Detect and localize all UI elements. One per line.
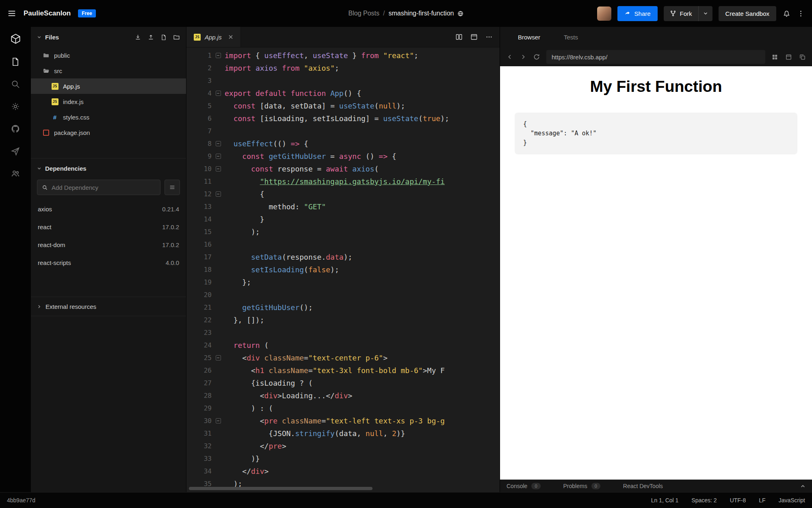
code-editor[interactable]: 1−import { useEffect, useState } from "r… <box>186 48 500 492</box>
upload-icon[interactable] <box>147 34 154 41</box>
file-tree-item-package-json[interactable]: package.json <box>31 125 186 140</box>
dependency-item-react-dom[interactable]: react-dom17.0.2 <box>31 236 186 254</box>
fork-dropdown-button[interactable] <box>698 6 712 21</box>
fold-marker-icon[interactable]: − <box>216 418 221 423</box>
status-item-lf[interactable]: LF <box>759 497 765 504</box>
horizontal-scrollbar[interactable] <box>189 487 372 490</box>
new-file-icon[interactable] <box>160 34 167 41</box>
file-tree-item-styles-css[interactable]: #styles.css <box>31 109 186 125</box>
code-line-29[interactable]: 29 ) : ( <box>186 402 500 415</box>
fold-marker-icon[interactable]: − <box>216 355 221 360</box>
external-resources-section[interactable]: External resources <box>31 297 186 316</box>
open-new-window-icon[interactable] <box>785 54 792 61</box>
breadcrumb-parent[interactable]: Blog Posts <box>349 10 379 17</box>
code-line-14[interactable]: 14 } <box>186 213 500 226</box>
code-line-13[interactable]: 13 method: "GET" <box>186 200 500 213</box>
open-preview-icon[interactable] <box>470 33 478 41</box>
responsive-mode-icon[interactable] <box>771 54 778 61</box>
status-item-javascript[interactable]: JavaScript <box>779 497 805 504</box>
code-line-18[interactable]: 18 setIsLoading(false); <box>186 263 500 276</box>
menu-icon[interactable] <box>7 9 16 18</box>
close-tab-icon[interactable] <box>228 35 233 39</box>
status-item-spaces-2[interactable]: Spaces: 2 <box>691 497 717 504</box>
codesandbox-logo-icon[interactable] <box>10 33 21 44</box>
fork-button[interactable]: Fork <box>664 6 698 21</box>
tab-app-js[interactable]: JS App.js <box>186 27 241 47</box>
code-line-22[interactable]: 22 }, []); <box>186 314 500 326</box>
code-line-16[interactable]: 16 <box>186 238 500 251</box>
dependency-item-axios[interactable]: axios0.21.4 <box>31 200 186 218</box>
code-line-5[interactable]: 5 const [data, setData] = useState(null)… <box>186 100 500 112</box>
code-line-19[interactable]: 19 }; <box>186 276 500 289</box>
console-bar-item-react-devtools[interactable]: React DevTools <box>623 483 663 489</box>
file-tree-item-index-js[interactable]: JSindex.js <box>31 94 186 109</box>
refresh-icon[interactable] <box>533 53 540 61</box>
chevron-up-icon[interactable] <box>800 484 806 489</box>
code-line-30[interactable]: 30− <pre className="text-left text-xs p-… <box>186 415 500 427</box>
code-line-7[interactable]: 7 <box>186 125 500 137</box>
url-bar[interactable]: https://8relv.csb.app/ <box>546 50 765 64</box>
code-line-10[interactable]: 10− const response = await axios( <box>186 163 500 175</box>
workspace-name[interactable]: PaulieScanlon <box>24 9 71 17</box>
console-bar-item-console[interactable]: Console0 <box>507 483 541 489</box>
forward-icon[interactable] <box>520 53 527 61</box>
status-item-utf-8[interactable]: UTF-8 <box>730 497 746 504</box>
code-line-25[interactable]: 25− <div className="text-center p-6"> <box>186 352 500 364</box>
notifications-bell-icon[interactable] <box>782 9 791 18</box>
fold-marker-icon[interactable]: − <box>216 91 221 96</box>
duplicate-window-icon[interactable] <box>799 54 806 61</box>
avatar[interactable] <box>597 7 611 21</box>
dependency-item-react[interactable]: react17.0.2 <box>31 218 186 236</box>
preview-tab-tests[interactable]: Tests <box>564 34 578 41</box>
status-item-ln-1-col-1[interactable]: Ln 1, Col 1 <box>651 497 679 504</box>
back-icon[interactable] <box>506 53 513 61</box>
github-icon[interactable] <box>11 124 20 134</box>
share-button[interactable]: Share <box>617 6 658 21</box>
search-icon[interactable] <box>11 79 20 89</box>
code-line-1[interactable]: 1−import { useEffect, useState } from "r… <box>186 49 500 62</box>
fold-marker-icon[interactable]: − <box>216 166 221 172</box>
code-line-34[interactable]: 34 </div> <box>186 465 500 478</box>
code-line-24[interactable]: 24 return ( <box>186 339 500 352</box>
code-line-21[interactable]: 21 getGitHubUser(); <box>186 301 500 314</box>
dependency-item-react-scripts[interactable]: react-scripts4.0.0 <box>31 254 186 271</box>
code-line-28[interactable]: 28 <div>Loading...</div> <box>186 389 500 402</box>
code-line-20[interactable]: 20 <box>186 289 500 301</box>
dependencies-header[interactable]: Dependencies <box>31 158 186 178</box>
live-icon[interactable] <box>11 169 20 178</box>
code-line-17[interactable]: 17 setData(response.data); <box>186 251 500 263</box>
code-line-26[interactable]: 26 <h1 className="text-3xl font-bold mb-… <box>186 364 500 377</box>
code-line-8[interactable]: 8− useEffect(() => { <box>186 137 500 150</box>
code-line-11[interactable]: 11 "https://smashingapi.gatsbyjs.io/api/… <box>186 175 500 188</box>
file-tree-item-app-js[interactable]: JSApp.js <box>31 78 186 94</box>
code-line-27[interactable]: 27 {isLoading ? ( <box>186 377 500 389</box>
code-line-23[interactable]: 23 <box>186 326 500 339</box>
new-folder-icon[interactable] <box>173 34 180 41</box>
file-tree-item-src[interactable]: src <box>31 63 186 78</box>
fold-marker-icon[interactable]: − <box>216 154 221 159</box>
console-bar-item-problems[interactable]: Problems0 <box>563 483 600 489</box>
chevron-down-icon[interactable] <box>37 35 41 39</box>
file-explorer-icon[interactable] <box>11 57 20 67</box>
code-line-31[interactable]: 31 {JSON.stringify(data, null, 2)} <box>186 427 500 440</box>
fold-marker-icon[interactable]: − <box>216 141 221 146</box>
file-tree-item-public[interactable]: public <box>31 48 186 63</box>
preview-tab-browser[interactable]: Browser <box>518 34 540 41</box>
settings-icon[interactable] <box>11 102 20 111</box>
sandbox-title[interactable]: smashing-first-function <box>388 10 454 17</box>
split-view-icon[interactable] <box>455 33 463 41</box>
dependency-list-button[interactable] <box>165 180 180 195</box>
create-sandbox-button[interactable]: Create Sandbox <box>719 6 776 21</box>
editor-menu-icon[interactable] <box>485 33 493 41</box>
code-line-6[interactable]: 6 const [isLoading, setIsLoading] = useS… <box>186 112 500 125</box>
fold-marker-icon[interactable]: − <box>216 191 221 197</box>
code-line-12[interactable]: 12− { <box>186 188 500 200</box>
code-line-9[interactable]: 9− const getGitHubUser = async () => { <box>186 150 500 163</box>
code-line-33[interactable]: 33 )} <box>186 452 500 465</box>
code-line-15[interactable]: 15 ); <box>186 226 500 238</box>
code-line-2[interactable]: 2import axios from "axios"; <box>186 62 500 74</box>
code-line-4[interactable]: 4−export default function App() { <box>186 87 500 100</box>
add-dependency-input[interactable] <box>52 184 156 191</box>
code-line-3[interactable]: 3 <box>186 74 500 87</box>
kebab-menu-icon[interactable] <box>797 10 805 17</box>
